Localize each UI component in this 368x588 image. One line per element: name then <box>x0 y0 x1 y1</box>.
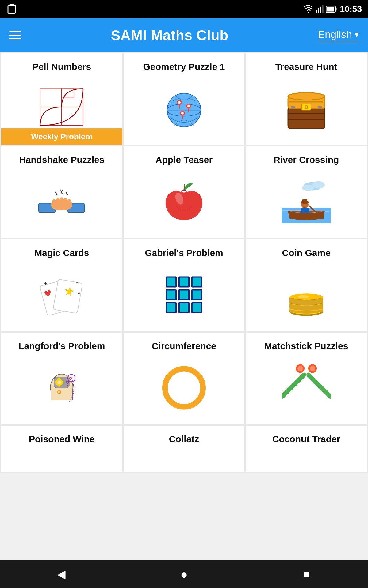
svg-rect-7 <box>335 8 337 11</box>
svg-point-116 <box>310 366 315 371</box>
svg-rect-38 <box>291 106 295 109</box>
magic-cards-image: ✦ ✦ ✦ <box>37 264 86 323</box>
svg-text:?: ? <box>70 376 73 381</box>
svg-rect-49 <box>64 198 67 206</box>
svg-rect-74 <box>167 278 175 286</box>
treasure-hunt-title: Treasure Hunt <box>275 61 337 73</box>
language-dropdown-arrow: ▾ <box>355 29 359 40</box>
grid-item-coin-game[interactable]: Coin Game <box>246 239 367 331</box>
svg-point-32 <box>288 93 325 100</box>
apple-teaser-title: Apple Teaser <box>155 154 213 166</box>
grid-item-pell-numbers[interactable]: Pell Numbers Weekly Problem <box>1 53 122 145</box>
svg-line-57 <box>184 185 185 191</box>
svg-rect-1 <box>10 4 14 6</box>
grid-item-langfords-problem[interactable]: Langford's Problem ? ⚙ <box>1 333 122 424</box>
svg-rect-117 <box>305 372 331 400</box>
puzzle-grid: Pell Numbers Weekly Problem <box>0 52 368 426</box>
coconut-trader-title: Coconut Trader <box>272 433 340 445</box>
grid-item-magic-cards[interactable]: Magic Cards ✦ ✦ ✦ <box>1 239 122 331</box>
svg-line-54 <box>60 189 61 191</box>
grid-item-gabriels-problem[interactable]: Gabriel's Problem <box>124 239 245 331</box>
menu-button[interactable] <box>9 31 21 39</box>
svg-rect-88 <box>180 303 188 312</box>
svg-rect-2 <box>316 10 317 13</box>
collatz-title: Collatz <box>169 433 199 445</box>
recent-button[interactable]: ■ <box>297 565 316 583</box>
svg-text:✦: ✦ <box>43 281 48 287</box>
magic-cards-title: Magic Cards <box>34 247 89 259</box>
handshake-puzzles-title: Handshake Puzzles <box>19 154 104 166</box>
coin-game-image <box>282 264 331 323</box>
svg-rect-50 <box>60 198 63 206</box>
svg-line-52 <box>56 193 57 195</box>
svg-point-37 <box>305 106 307 108</box>
svg-line-55 <box>62 189 63 191</box>
grid-item-handshake-puzzles[interactable]: Handshake Puzzles <box>1 146 122 238</box>
svg-rect-90 <box>193 303 201 312</box>
svg-rect-106 <box>55 381 56 384</box>
status-bar-left <box>6 4 17 15</box>
svg-rect-64 <box>302 199 307 203</box>
language-label: English <box>318 28 352 40</box>
svg-rect-76 <box>180 278 188 286</box>
svg-rect-82 <box>180 291 188 299</box>
svg-rect-45 <box>52 199 56 206</box>
svg-rect-0 <box>8 5 15 13</box>
recent-icon: ■ <box>303 568 310 581</box>
svg-point-60 <box>302 185 314 191</box>
bottom-navigation: ◀ ● ■ <box>0 560 368 588</box>
grid-item-coconut-trader[interactable]: Coconut Trader <box>246 426 367 472</box>
pell-numbers-title: Pell Numbers <box>32 61 91 73</box>
grid-item-poisoned-wine[interactable]: Poisoned Wine <box>1 426 122 472</box>
pell-numbers-image <box>37 77 86 137</box>
handshake-puzzles-image <box>37 171 86 230</box>
grid-item-circumference[interactable]: Circumference <box>124 333 245 424</box>
svg-rect-39 <box>318 106 322 109</box>
home-icon: ● <box>180 567 188 581</box>
matchstick-puzzles-image <box>282 357 331 416</box>
svg-rect-46 <box>56 198 59 206</box>
svg-rect-8 <box>327 7 334 11</box>
grid-item-treasure-hunt[interactable]: Treasure Hunt <box>246 53 367 145</box>
top-navigation: SAMI Maths Club English ▾ <box>0 18 368 52</box>
grid-item-collatz[interactable]: Collatz <box>124 426 245 472</box>
svg-point-26 <box>187 105 190 107</box>
svg-point-27 <box>181 112 184 115</box>
langfords-problem-title: Langford's Problem <box>18 340 105 352</box>
svg-point-103 <box>57 381 61 384</box>
back-button[interactable]: ◀ <box>52 565 71 583</box>
app-title: SAMI Maths Club <box>111 27 228 43</box>
svg-rect-84 <box>193 291 201 299</box>
svg-rect-78 <box>193 278 201 286</box>
geometry-puzzle-title: Geometry Puzzle 1 <box>143 61 225 73</box>
svg-text:⚙: ⚙ <box>56 389 62 395</box>
svg-rect-114 <box>282 372 307 400</box>
home-button[interactable]: ● <box>175 565 193 583</box>
grid-item-matchstick-puzzles[interactable]: Matchstick Puzzles <box>246 333 367 424</box>
treasure-hunt-image <box>282 77 331 137</box>
svg-rect-105 <box>58 385 60 387</box>
river-crossing-title: River Crossing <box>274 154 339 166</box>
grid-item-geometry-puzzle[interactable]: Geometry Puzzle 1 <box>124 53 245 145</box>
circumference-image <box>159 357 209 416</box>
gabriels-problem-title: Gabriel's Problem <box>145 247 223 259</box>
grid-item-river-crossing[interactable]: River Crossing <box>246 146 367 238</box>
langfords-problem-image: ? ⚙ ? <box>37 357 86 416</box>
svg-point-119 <box>297 366 303 371</box>
grid-item-apple-teaser[interactable]: Apple Teaser <box>124 146 245 238</box>
poisoned-wine-title: Poisoned Wine <box>29 433 95 445</box>
svg-point-100 <box>298 295 309 298</box>
status-icons <box>304 4 337 14</box>
svg-rect-15 <box>40 89 62 107</box>
svg-rect-104 <box>58 378 60 380</box>
svg-rect-86 <box>167 303 175 312</box>
apple-teaser-image <box>159 171 209 230</box>
circumference-title: Circumference <box>152 340 216 352</box>
language-selector[interactable]: English ▾ <box>318 28 359 42</box>
svg-text:✦: ✦ <box>77 291 81 296</box>
svg-rect-5 <box>322 5 324 13</box>
svg-rect-48 <box>68 199 71 206</box>
svg-point-59 <box>312 181 325 189</box>
coin-game-title: Coin Game <box>282 247 330 259</box>
svg-rect-107 <box>62 381 63 384</box>
